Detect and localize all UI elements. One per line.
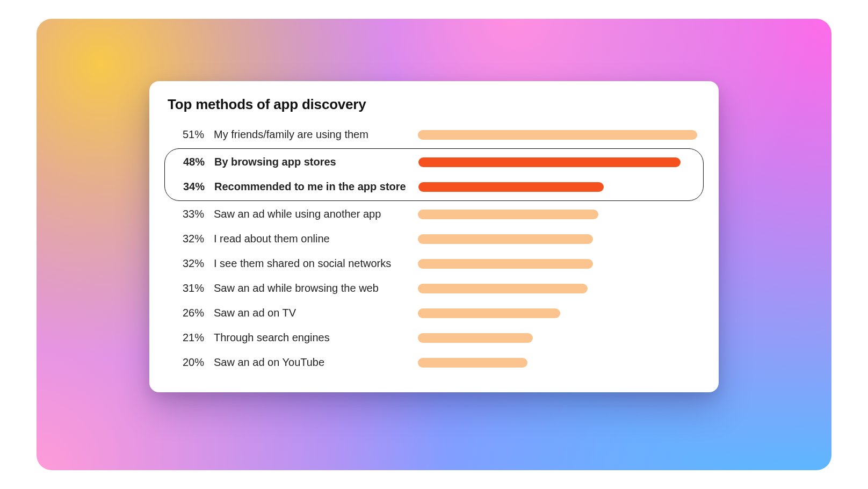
chart-row: 33%Saw an ad while using another app bbox=[168, 202, 700, 227]
chart-row: 26%Saw an ad on TV bbox=[168, 301, 700, 326]
chart-bar-track bbox=[418, 234, 697, 244]
chart-row-value: 32% bbox=[171, 233, 214, 245]
chart-row-label: I see them shared on social networks bbox=[214, 257, 418, 270]
chart-bar bbox=[418, 234, 593, 244]
chart-row-value: 26% bbox=[171, 307, 214, 319]
chart-row-value: 48% bbox=[171, 156, 214, 168]
chart-bar-track bbox=[418, 210, 697, 219]
chart-bar-track bbox=[418, 333, 697, 343]
chart-row-value: 31% bbox=[171, 282, 214, 294]
chart-bar-track bbox=[418, 157, 697, 167]
chart-row-value: 51% bbox=[171, 128, 214, 141]
chart-title: Top methods of app discovery bbox=[168, 96, 700, 113]
chart-bar bbox=[418, 333, 533, 343]
chart-row-label: By browsing app stores bbox=[214, 156, 418, 168]
chart-bar bbox=[418, 182, 604, 192]
chart-row-value: 34% bbox=[171, 181, 214, 193]
chart-row-label: Saw an ad while browsing the web bbox=[214, 282, 418, 294]
chart-row-label: Saw an ad on TV bbox=[214, 307, 418, 319]
chart-bar-track bbox=[418, 308, 697, 318]
chart-row-label: My friends/family are using them bbox=[214, 128, 418, 141]
chart-row-label: Recommended to me in the app store bbox=[214, 181, 418, 193]
gradient-stage: Top methods of app discovery 51%My frien… bbox=[37, 19, 831, 470]
chart-row: 20%Saw an ad on YouTube bbox=[168, 350, 700, 375]
chart-row: 21%Through search engines bbox=[168, 326, 700, 350]
chart-bar bbox=[418, 358, 527, 368]
chart-row-value: 20% bbox=[171, 356, 214, 369]
chart-row: 48%By browsing app stores bbox=[168, 150, 700, 175]
chart-rows: 51%My friends/family are using them48%By… bbox=[168, 123, 700, 375]
chart-row-label: Saw an ad while using another app bbox=[214, 208, 418, 220]
chart-row-value: 21% bbox=[171, 332, 214, 344]
chart-bar bbox=[418, 210, 598, 219]
chart-row-label: Saw an ad on YouTube bbox=[214, 356, 418, 369]
chart-row-value: 33% bbox=[171, 208, 214, 220]
chart-bar-track bbox=[418, 130, 697, 140]
chart-bar-track bbox=[418, 358, 697, 368]
chart-bar bbox=[418, 157, 681, 167]
chart-row: 32%I see them shared on social networks bbox=[168, 251, 700, 276]
chart-highlight-group: 48%By browsing app stores34%Recommended … bbox=[164, 148, 704, 201]
chart-row: 34%Recommended to me in the app store bbox=[168, 175, 700, 199]
chart-bar-track bbox=[418, 182, 697, 192]
chart-row-label: I read about them online bbox=[214, 233, 418, 245]
chart-bar bbox=[418, 284, 588, 293]
chart-card: Top methods of app discovery 51%My frien… bbox=[149, 81, 719, 392]
chart-bar bbox=[418, 259, 593, 269]
chart-row: 51%My friends/family are using them bbox=[168, 123, 700, 147]
chart-row-value: 32% bbox=[171, 257, 214, 270]
chart-row-label: Through search engines bbox=[214, 332, 418, 344]
chart-bar bbox=[418, 130, 697, 140]
chart-bar-track bbox=[418, 259, 697, 269]
chart-row: 32%I read about them online bbox=[168, 227, 700, 251]
chart-bar bbox=[418, 308, 560, 318]
chart-bar-track bbox=[418, 284, 697, 293]
chart-row: 31%Saw an ad while browsing the web bbox=[168, 276, 700, 301]
